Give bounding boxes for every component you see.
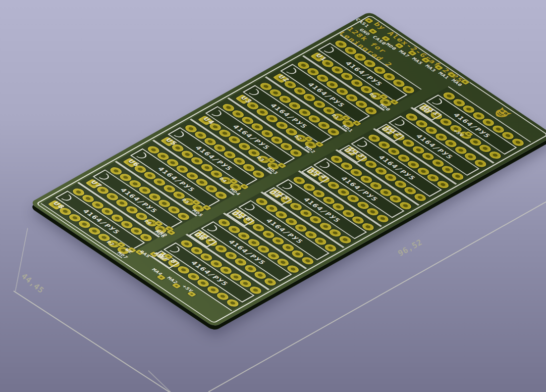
pin1-notch	[61, 195, 74, 202]
pin1-notch	[249, 89, 262, 97]
pin1-notch	[173, 131, 186, 139]
pin1-notch	[324, 47, 336, 54]
pin1-notch	[282, 183, 295, 191]
pin1-notch	[169, 246, 182, 254]
pin1-notch	[211, 110, 224, 118]
pin1-notch	[244, 204, 257, 212]
pcb-board-wrap: Leningrad 2 128k for by Alex-2-Graf 2025…	[30, 11, 546, 327]
board-height-dimension: 44,45	[20, 271, 46, 295]
pin1-notch	[99, 173, 111, 181]
pin1-notch	[207, 225, 219, 233]
pin1-notch	[394, 119, 407, 127]
pin1-notch	[319, 162, 332, 170]
pin1-notch	[136, 152, 149, 160]
pin1-notch	[357, 141, 370, 148]
pin1-notch	[432, 98, 444, 106]
pcb-board: Leningrad 2 128k for by Alex-2-Graf 2025…	[30, 11, 546, 327]
dimension-line-height	[13, 291, 172, 392]
3d-viewport[interactable]: 96,52 44,45 Leningrad 2 128k for by Alex…	[0, 0, 546, 392]
pin1-notch	[286, 68, 299, 76]
board-width-dimension: 96,52	[396, 237, 424, 258]
